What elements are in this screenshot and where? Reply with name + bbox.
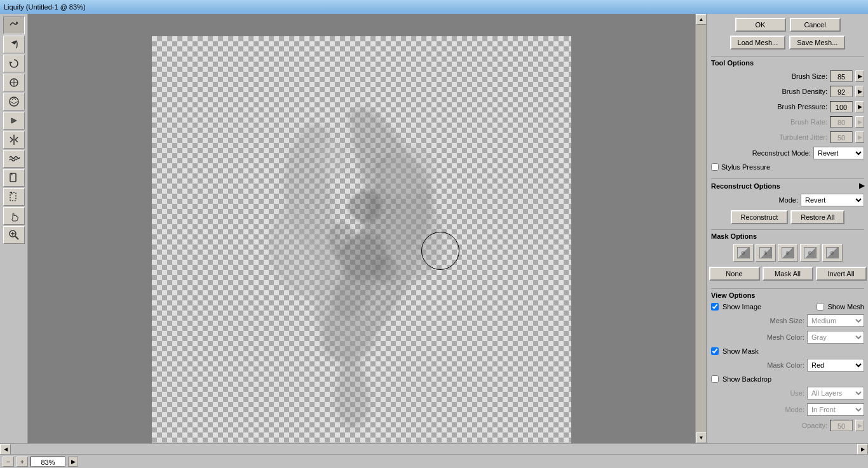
tool-options-header: Tool Options xyxy=(711,56,864,67)
canvas-container[interactable] xyxy=(28,14,695,443)
tool-forward-warp[interactable] xyxy=(3,17,25,34)
mask-all-button[interactable]: Mask All xyxy=(763,267,813,281)
brush-pressure-spinner[interactable]: ▶ xyxy=(855,101,864,112)
tool-pucker[interactable] xyxy=(3,74,25,91)
reconstruct-button[interactable]: Reconstruct xyxy=(731,210,789,224)
scroll-up-btn[interactable]: ▲ xyxy=(696,14,707,25)
mesh-color-row: Mesh Color: Gray xyxy=(711,331,864,344)
mask-color-label: Mask Color: xyxy=(767,361,804,369)
show-mask-checkbox[interactable] xyxy=(711,347,719,355)
brush-pressure-value[interactable]: 100 xyxy=(830,101,853,112)
turbulent-jitter-spinner: ▶ xyxy=(855,131,864,143)
brush-size-row: Brush Size: 85 ▶ xyxy=(711,70,864,82)
brush-rate-value: 80 xyxy=(830,116,853,128)
zoom-arrow-btn[interactable]: ▶ xyxy=(68,457,78,467)
canvas[interactable] xyxy=(152,36,571,443)
mode-select[interactable]: Revert xyxy=(801,194,864,206)
svg-line-8 xyxy=(11,192,12,194)
show-mesh-checkbox[interactable] xyxy=(817,303,824,311)
vertical-scrollbar[interactable]: ▲ ▼ xyxy=(695,14,706,443)
mask-icon-2[interactable]: ⊕ xyxy=(756,244,776,262)
zoom-plus-btn[interactable]: + xyxy=(17,457,28,467)
stylus-pressure-checkbox[interactable] xyxy=(711,163,719,171)
restore-all-button[interactable]: Restore All xyxy=(790,210,844,224)
reconstruct-mode-label: Reconstruct Mode: xyxy=(752,149,811,157)
view-options-label: View Options xyxy=(711,291,755,299)
mesh-color-select: Gray xyxy=(807,331,864,344)
tool-bloat[interactable] xyxy=(3,93,25,110)
brush-density-row: Brush Density: 92 ▶ xyxy=(711,86,864,97)
show-image-checkbox[interactable] xyxy=(711,303,719,311)
opacity-spinner: ▶ xyxy=(855,420,864,431)
tool-turbulence[interactable] xyxy=(3,150,25,168)
action-buttons: OK Cancel xyxy=(711,18,864,32)
mask-icon-5[interactable]: ⊕ xyxy=(822,244,843,262)
left-toolbar xyxy=(0,14,28,443)
brush-rate-spinner: ▶ xyxy=(855,116,864,128)
mask-color-select[interactable]: Red xyxy=(807,359,864,371)
mode-row: Mode: Revert xyxy=(711,194,864,206)
svg-rect-5 xyxy=(10,173,16,182)
mesh-color-label: Mesh Color: xyxy=(767,333,804,341)
ok-button[interactable]: OK xyxy=(735,18,786,32)
brush-size-spinner[interactable]: ▶ xyxy=(855,70,864,82)
brush-pressure-row: Brush Pressure: 100 ▶ xyxy=(711,101,864,112)
reconstruct-arrow: ▶ xyxy=(859,182,864,190)
mask-icon-4[interactable]: ⊕ xyxy=(800,244,820,262)
brush-density-value[interactable]: 92 xyxy=(830,86,853,97)
mask-icon-1[interactable]: ⊕ xyxy=(733,244,754,262)
brush-pressure-label: Brush Pressure: xyxy=(777,103,827,110)
scroll-track-v[interactable] xyxy=(696,25,706,432)
right-panel: OK Cancel Load Mesh... Save Mesh... Tool… xyxy=(706,14,868,443)
load-mesh-button[interactable]: Load Mesh... xyxy=(730,36,786,50)
tool-thaw-mask[interactable] xyxy=(3,188,25,206)
tool-mirror[interactable] xyxy=(3,131,25,149)
horizontal-scrollbar[interactable]: ◀ ▶ xyxy=(0,443,868,454)
brush-rate-row: Brush Rate: 80 ▶ xyxy=(711,116,864,128)
mask-color-row: Mask Color: Red xyxy=(711,359,864,371)
show-mask-row: Show Mask xyxy=(711,347,864,355)
tool-twirl-cw[interactable] xyxy=(3,55,25,72)
save-mesh-button[interactable]: Save Mesh... xyxy=(789,36,845,50)
tool-zoom[interactable] xyxy=(3,226,25,244)
titlebar-text: Liquify (Untitled-1 @ 83%) xyxy=(4,3,86,11)
zoom-minus-btn[interactable]: − xyxy=(3,457,14,467)
reconstruct-buttons: Reconstruct Restore All xyxy=(711,210,864,224)
tool-freeze-mask[interactable] xyxy=(3,169,25,187)
liquify-image xyxy=(152,36,571,443)
cancel-button[interactable]: Cancel xyxy=(790,18,841,32)
backdrop-mode-select: In Front xyxy=(807,403,864,416)
reconstruct-options-label: Reconstruct Options xyxy=(711,182,780,190)
tool-push-left[interactable] xyxy=(3,112,25,130)
show-backdrop-row: Show Backdrop xyxy=(711,375,864,383)
mode-label: Mode: xyxy=(778,196,798,204)
turbulent-jitter-row: Turbulent Jitter: 50 ▶ xyxy=(711,131,864,143)
mask-options-label: Mask Options xyxy=(711,232,757,240)
show-mesh-label: Show Mesh xyxy=(828,303,864,311)
turbulent-jitter-label: Turbulent Jitter: xyxy=(779,133,827,141)
reconstruct-options-header: Reconstruct Options ▶ xyxy=(711,178,864,190)
opacity-value: 50 xyxy=(830,420,853,431)
turbulent-jitter-value: 50 xyxy=(830,131,853,143)
show-image-label: Show Image xyxy=(722,303,761,311)
tool-hand[interactable] xyxy=(3,207,25,225)
brush-density-label: Brush Density: xyxy=(782,88,827,95)
scroll-right-btn[interactable]: ▶ xyxy=(857,444,868,455)
brush-density-spinner[interactable]: ▶ xyxy=(855,86,864,97)
brush-rate-label: Brush Rate: xyxy=(790,118,827,126)
mesh-size-row: Mesh Size: Medium xyxy=(711,314,864,327)
scroll-down-btn[interactable]: ▼ xyxy=(696,432,707,443)
mask-icon-3[interactable]: ⊕ xyxy=(778,244,798,262)
reconstruct-mode-select[interactable]: Revert xyxy=(813,147,864,159)
scroll-left-btn[interactable]: ◀ xyxy=(0,444,11,455)
svg-rect-7 xyxy=(10,192,16,201)
invert-all-button[interactable]: Invert All xyxy=(816,267,867,281)
svg-line-6 xyxy=(11,173,12,175)
view-options-header: View Options xyxy=(711,288,864,299)
brush-size-value[interactable]: 85 xyxy=(830,70,853,82)
none-button[interactable]: None xyxy=(709,267,760,281)
show-image-row: Show Image Show Mesh xyxy=(711,303,864,311)
titlebar: Liquify (Untitled-1 @ 83%) xyxy=(0,0,868,14)
show-backdrop-checkbox[interactable] xyxy=(711,375,719,383)
tool-reconstruct[interactable] xyxy=(3,36,25,53)
